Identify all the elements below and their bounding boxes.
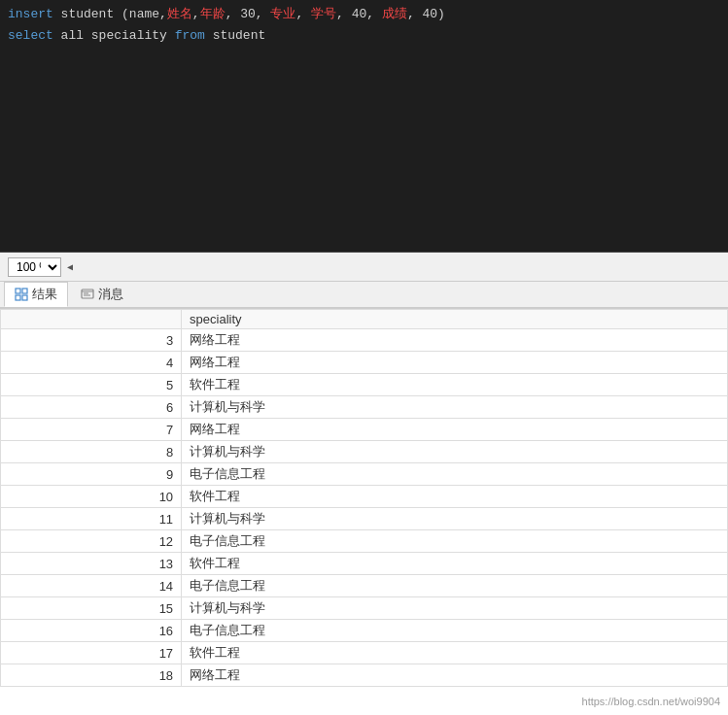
cell-row-num: 17 bbox=[1, 642, 182, 664]
table-row: 4网络工程 bbox=[1, 352, 728, 374]
cell-row-num: 10 bbox=[1, 486, 182, 508]
toolbar-row: 100 % 75 % 125 % 150 % ◀ bbox=[0, 253, 728, 282]
table-header-row: speciality bbox=[1, 310, 728, 329]
cell-speciality: 软件工程 bbox=[182, 642, 728, 664]
table-row: 17软件工程 bbox=[1, 642, 728, 664]
tab-results-label: 结果 bbox=[32, 286, 57, 303]
code-editor[interactable]: insert student (name,姓名,年龄, 30, 专业, 学号, … bbox=[0, 0, 728, 253]
table-row: 10软件工程 bbox=[1, 486, 728, 508]
cell-row-num: 6 bbox=[1, 396, 182, 419]
zoom-select[interactable]: 100 % 75 % 125 % 150 % bbox=[8, 257, 61, 277]
cell-speciality: 电子信息工程 bbox=[182, 575, 728, 597]
table-row: 3网络工程 bbox=[1, 329, 728, 352]
table-row: 18网络工程 bbox=[1, 664, 728, 687]
table-row: 16电子信息工程 bbox=[1, 620, 728, 642]
cell-row-num: 9 bbox=[1, 463, 182, 486]
cell-speciality: 电子信息工程 bbox=[182, 620, 728, 642]
cell-speciality: 软件工程 bbox=[182, 374, 728, 396]
kw-insert: insert bbox=[8, 5, 53, 24]
cell-speciality: 软件工程 bbox=[182, 553, 728, 575]
table-row: 11计算机与科学 bbox=[1, 508, 728, 530]
svg-rect-2 bbox=[16, 295, 20, 300]
cell-row-num: 3 bbox=[1, 329, 182, 352]
cell-row-num: 4 bbox=[1, 352, 182, 374]
cell-speciality: 网络工程 bbox=[182, 329, 728, 352]
code-line-2: select all speciality from student bbox=[0, 25, 728, 47]
table-row: 8计算机与科学 bbox=[1, 441, 728, 463]
cell-row-num: 8 bbox=[1, 441, 182, 463]
cell-row-num: 15 bbox=[1, 597, 182, 620]
toolbar-arrow: ◀ bbox=[67, 261, 73, 273]
cell-row-num: 11 bbox=[1, 508, 182, 530]
tabs-row: 结果 消息 bbox=[0, 282, 728, 309]
svg-rect-0 bbox=[16, 289, 20, 293]
cell-speciality: 计算机与科学 bbox=[182, 441, 728, 463]
cell-row-num: 12 bbox=[1, 530, 182, 553]
table-row: 5软件工程 bbox=[1, 374, 728, 396]
table-row: 12电子信息工程 bbox=[1, 530, 728, 553]
cell-row-num: 7 bbox=[1, 419, 182, 441]
cell-speciality: 电子信息工程 bbox=[182, 463, 728, 486]
table-row: 9电子信息工程 bbox=[1, 463, 728, 486]
table-row: 14电子信息工程 bbox=[1, 575, 728, 597]
cell-row-num: 16 bbox=[1, 620, 182, 642]
cell-row-num: 5 bbox=[1, 374, 182, 396]
watermark: https://blog.csdn.net/woi9904 bbox=[582, 696, 720, 707]
table-row: 13软件工程 bbox=[1, 553, 728, 575]
results-table: speciality 3网络工程4网络工程5软件工程6计算机与科学7网络工程8计… bbox=[0, 309, 728, 687]
code-line-1: insert student (name,姓名,年龄, 30, 专业, 学号, … bbox=[0, 4, 728, 25]
table-row: 15计算机与科学 bbox=[1, 597, 728, 620]
tab-messages-label: 消息 bbox=[98, 286, 123, 303]
cell-row-num: 14 bbox=[1, 575, 182, 597]
tab-messages[interactable]: 消息 bbox=[70, 282, 134, 307]
cell-speciality: 计算机与科学 bbox=[182, 597, 728, 620]
tab-results[interactable]: 结果 bbox=[4, 282, 68, 307]
col-row-num bbox=[1, 310, 182, 329]
cell-row-num: 18 bbox=[1, 664, 182, 687]
cell-speciality: 软件工程 bbox=[182, 486, 728, 508]
grid-icon bbox=[15, 288, 28, 301]
svg-rect-1 bbox=[22, 289, 27, 293]
cell-speciality: 电子信息工程 bbox=[182, 530, 728, 553]
results-panel[interactable]: speciality 3网络工程4网络工程5软件工程6计算机与科学7网络工程8计… bbox=[0, 309, 728, 715]
col-speciality: speciality bbox=[182, 310, 728, 329]
cell-row-num: 13 bbox=[1, 553, 182, 575]
message-icon bbox=[81, 288, 94, 301]
table-row: 7网络工程 bbox=[1, 419, 728, 441]
table-row: 6计算机与科学 bbox=[1, 396, 728, 419]
cell-speciality: 网络工程 bbox=[182, 419, 728, 441]
svg-rect-3 bbox=[22, 295, 27, 300]
cell-speciality: 计算机与科学 bbox=[182, 508, 728, 530]
cell-speciality: 计算机与科学 bbox=[182, 396, 728, 419]
cell-speciality: 网络工程 bbox=[182, 664, 728, 687]
cell-speciality: 网络工程 bbox=[182, 352, 728, 374]
